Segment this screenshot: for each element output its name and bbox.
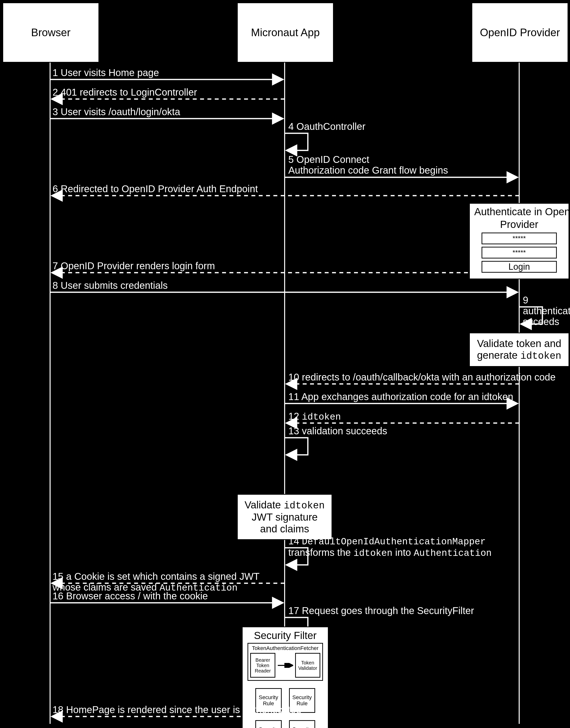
actor-app-label: Micronaut App xyxy=(251,26,320,39)
actor-provider: OpenID Provider xyxy=(472,2,568,62)
msg-12: 12 idtoken xyxy=(288,411,341,422)
msg-5: 5 OpenID ConnectAuthorization code Grant… xyxy=(288,154,448,176)
token-validator: Token Validator xyxy=(295,653,320,678)
msg-1: 1 User visits Home page xyxy=(52,67,159,78)
msg-8: 8 User submits credentials xyxy=(52,280,168,291)
note-authenticate-line2: Provider xyxy=(474,219,564,230)
actor-app: Micronaut App xyxy=(237,2,334,62)
auth-login: Login xyxy=(482,261,557,272)
msg-13: 13 validation succeeds xyxy=(288,425,387,436)
validate-idtoken-pre: Validate xyxy=(245,499,284,511)
note-validate-idtoken: Validate idtoken JWT signature and claim… xyxy=(237,494,332,540)
sec-filter-title: Security Filter xyxy=(248,630,323,642)
auth-field-2: ***** xyxy=(482,247,557,258)
msg-15: 15 a Cookie is set which contains a sign… xyxy=(52,571,285,593)
taf-box: TokenAuthenticationFetcher Bearer Token … xyxy=(248,643,323,681)
msg-17: 17 Request goes through the SecurityFilt… xyxy=(288,605,474,616)
msg-9: 9 authentication suceeds xyxy=(523,295,569,327)
actor-browser: Browser xyxy=(2,2,99,62)
msg-11: 11 App exchanges authorization code for … xyxy=(288,391,513,402)
msg-18: 18 HomePage is rendered since the user i… xyxy=(52,704,301,715)
msg-6: 6 Redirected to OpenID Provider Auth End… xyxy=(52,183,258,194)
msg-7: 7 OpenID Provider renders login form xyxy=(52,260,215,271)
security-rule: Security Rule xyxy=(289,720,315,728)
note-validate-token: Validate token and generate idtoken xyxy=(469,333,569,367)
actor-provider-label: OpenID Provider xyxy=(480,26,560,39)
validate-idtoken-code: idtoken xyxy=(284,500,325,511)
msg-16: 16 Browser access / with the cookie xyxy=(52,590,208,601)
msg-10: 10 redirects to /oauth/callback/okta wit… xyxy=(288,372,556,383)
msg-14: 14 DefaultOpenIdAuthenticationMappertran… xyxy=(288,536,569,559)
note-authenticate-line1: Authenticate in OpenID xyxy=(474,206,564,217)
taf-label: TokenAuthenticationFetcher xyxy=(250,645,320,652)
msg-3: 3 User visits /oauth/login/okta xyxy=(52,107,180,117)
msg-4: 4 OauthController xyxy=(288,121,365,132)
arrow-icon xyxy=(277,663,293,668)
actor-browser-label: Browser xyxy=(31,26,70,39)
auth-field-1: ***** xyxy=(482,232,557,244)
validate-idtoken-post: JWT signature and claims xyxy=(252,511,318,535)
security-rule: Security Rule xyxy=(255,720,282,728)
note-authenticate: Authenticate in OpenID Provider ***** **… xyxy=(469,203,569,279)
bearer-token-reader: Bearer Token Reader xyxy=(250,653,275,678)
validate-token-code: idtoken xyxy=(520,351,561,362)
msg-2: 2 401 redirects to LoginController xyxy=(52,87,197,98)
